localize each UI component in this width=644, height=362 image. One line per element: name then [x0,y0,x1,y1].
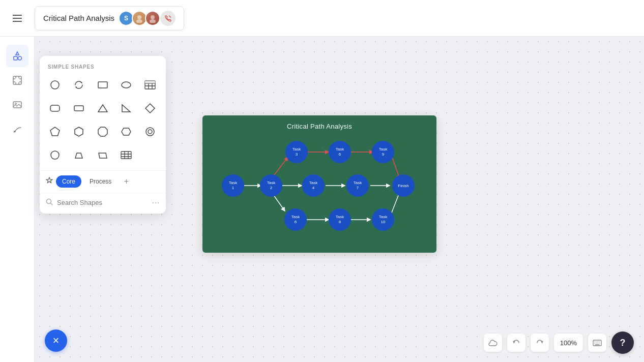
search-row: ⋯ [40,193,166,214]
diagram-svg: Task 1 Task 2 Task 3 Task 4 Task 6 [202,115,436,253]
shape-diamond[interactable] [139,97,161,119]
shape-trapezoid[interactable] [68,144,90,166]
keyboard-button[interactable] [588,334,606,352]
shape-tabs: Core Process + [40,170,166,193]
search-icon [46,198,53,207]
svg-text:1: 1 [232,186,235,190]
svg-rect-9 [13,76,21,84]
shape-hexagon-2[interactable] [115,120,137,143]
svg-point-3 [137,15,141,19]
svg-rect-72 [145,81,155,83]
svg-text:Finish: Finish [398,184,408,188]
svg-line-84 [51,203,53,205]
svg-rect-7 [14,56,17,60]
svg-text:Task: Task [379,147,388,152]
shape-circle-outline[interactable] [139,120,161,143]
svg-rect-73 [50,105,60,111]
collaborators: S [121,11,175,26]
svg-text:Task: Task [267,180,276,185]
svg-text:Task: Task [309,180,318,185]
tab-process[interactable]: Process [83,175,118,188]
shape-placeholder [139,144,161,166]
menu-button[interactable] [8,9,26,27]
help-button[interactable]: ? [611,331,634,354]
svg-rect-78 [121,152,131,159]
redo-button[interactable] [531,334,549,352]
title-pill: Critical Path Analysis S [35,6,184,31]
svg-text:7: 7 [357,186,359,190]
svg-point-76 [148,130,152,134]
shapes-panel: SIMPLE SHAPES [40,56,166,214]
svg-point-75 [146,128,154,136]
diagram-box: Critical Path Analysis [202,115,436,253]
svg-text:3: 3 [296,152,298,157]
svg-text:Task: Task [379,215,388,219]
shape-table[interactable] [115,144,137,166]
shape-parallelogram[interactable] [92,144,114,166]
star-icon [46,177,53,186]
shape-hexagon[interactable] [68,120,90,143]
shape-circle-2[interactable] [44,144,66,166]
shapes-tool-button[interactable] [6,45,28,67]
tab-add-button[interactable]: + [120,175,133,188]
svg-rect-74 [74,106,83,111]
svg-text:8: 8 [339,220,341,224]
shape-circle[interactable] [44,74,66,96]
svg-text:9: 9 [382,152,385,157]
svg-point-6 [150,19,156,23]
svg-text:6: 6 [295,220,297,224]
shape-table-grid[interactable] [139,74,161,96]
svg-text:10: 10 [381,220,386,224]
shapes-section-title: SIMPLE SHAPES [40,56,166,74]
shape-ellipse[interactable] [115,74,137,96]
svg-text:6: 6 [339,152,341,157]
frame-tool-button[interactable] [6,69,28,92]
svg-text:Task: Task [291,215,300,219]
shape-rounded-rect[interactable] [44,97,66,119]
avatar-3 [145,11,160,26]
diagram-container: Critical Path Analysis [202,115,436,253]
search-input[interactable] [57,199,148,206]
shape-triangle[interactable] [92,97,114,119]
tab-core[interactable]: Core [56,175,81,188]
svg-point-8 [18,56,21,60]
svg-text:Task: Task [354,180,362,185]
svg-point-64 [51,81,59,89]
svg-point-5 [151,15,155,19]
svg-rect-65 [98,82,107,88]
undo-button[interactable] [507,334,525,352]
bottom-bar: 100% ? [484,331,634,354]
cloud-save-button[interactable] [484,334,502,352]
zoom-level: 100% [554,334,583,352]
fab-close-button[interactable]: × [45,329,67,352]
topbar: Critical Path Analysis S [0,0,644,37]
search-more-icon[interactable]: ⋯ [152,198,160,207]
svg-point-4 [136,19,142,23]
svg-text:4: 4 [312,186,315,190]
document-title: Critical Path Analysis [43,14,114,22]
svg-point-66 [122,82,131,88]
left-toolbar [0,37,35,362]
shape-pentagon[interactable] [44,120,66,143]
svg-text:Task: Task [292,147,301,152]
svg-rect-18 [13,102,21,108]
shape-reload[interactable] [68,74,90,96]
svg-point-19 [15,103,16,105]
svg-text:Task: Task [336,147,344,152]
shape-rounded-rect-2[interactable] [68,97,90,119]
svg-text:Task: Task [336,215,344,219]
call-button[interactable] [160,11,175,26]
svg-point-77 [51,151,59,159]
draw-tool-button[interactable] [6,118,28,140]
shape-rect[interactable] [92,74,114,96]
shape-octagon[interactable] [92,120,114,143]
svg-text:2: 2 [270,186,273,190]
image-tool-button[interactable] [6,94,28,116]
shapes-grid [40,74,166,170]
shape-right-triangle[interactable] [115,97,137,119]
svg-text:Task: Task [229,180,238,185]
